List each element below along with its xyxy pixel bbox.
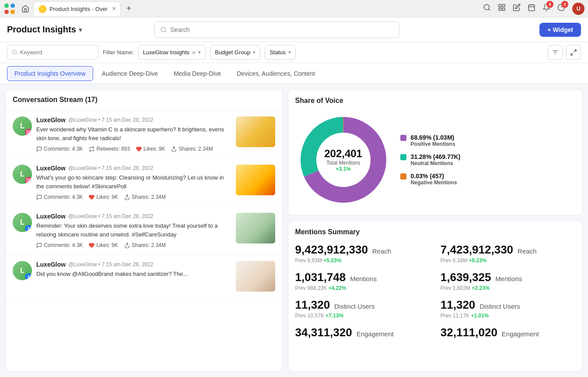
new-tab-button[interactable]: + (122, 3, 135, 15)
legend-dot-neutral (400, 154, 406, 160)
metric-suffix: Engagement (502, 330, 539, 338)
expand-icon (570, 49, 577, 56)
user-avatar[interactable]: U (572, 3, 584, 15)
list-item: L LuxeGlow @LuxeGlow • 7:15 am Dec 28, 2… (6, 159, 282, 207)
post-handle-time: @LuxeGlow • 7:15 am Dec 28, 2022 (68, 165, 154, 171)
search-input[interactable] (170, 26, 394, 33)
edit-icon[interactable] (513, 4, 521, 14)
calendar-icon[interactable] (528, 4, 536, 14)
post-text: Reminder: Your skin deserves some extra … (36, 222, 231, 239)
negative-label: Negative Mentions (411, 180, 457, 186)
expand-button[interactable] (566, 45, 581, 60)
post-author-name: LuxeGlow (36, 116, 66, 123)
tab-audience-deep-dive[interactable]: Audience Deep-Dive (95, 67, 165, 81)
status-arrow-icon[interactable]: ▾ (288, 49, 291, 55)
keyword-input[interactable] (20, 49, 94, 56)
avatar: L f (13, 261, 32, 280)
notification-badge: 8 (546, 1, 553, 8)
metric-suffix: Mentions (495, 275, 522, 282)
post-body: LuxeGlow @LuxeGlow • 7:15 am Dec 28, 202… (36, 116, 231, 152)
svg-point-32 (29, 179, 30, 180)
svg-line-5 (488, 9, 490, 10)
filter-name-value: LuxeGlow Insights (143, 49, 189, 56)
home-tab[interactable] (19, 3, 32, 15)
shares-stat: Shares: 2.34M (132, 242, 166, 248)
tab-devices-audiences-content[interactable]: Devices, Audiences, Content (230, 67, 322, 81)
app-title-text: Product Insights (7, 25, 76, 35)
budget-group-arrow-icon[interactable]: ▾ (253, 49, 256, 55)
close-tab-icon[interactable]: × (112, 5, 116, 13)
avatar: L f (13, 213, 32, 232)
share-of-voice-title: Share of Voice (295, 97, 575, 105)
filter-name-remove-icon[interactable]: × (192, 49, 196, 56)
widget-button[interactable]: + Widget (539, 23, 581, 37)
metric-mentions-2: 1,639,325 Mentions Prev 1,602M +2.23% (441, 271, 575, 291)
post-stats: Comments: 4.3K Likes: 9K Shares: 2.34M (36, 194, 231, 200)
tab-bar-actions: 8 3 U (483, 3, 584, 15)
share-of-voice-content: 202,401 Total Mentions +3.1% 68.69% (1.0… (295, 112, 575, 208)
svg-point-28 (29, 131, 30, 131)
post-author-name: LuxeGlow (36, 165, 66, 172)
filter-name-arrow-icon[interactable]: ▾ (198, 49, 201, 55)
tab-media-deep-dive[interactable]: Media Deep-Dive (167, 67, 228, 81)
filter-bar-right (548, 45, 581, 60)
avatar: L (13, 165, 32, 184)
search-bar (154, 21, 399, 38)
metric-value: 9,423,912,330 (295, 243, 368, 256)
status-filter[interactable]: Status ▾ (265, 45, 296, 60)
browser-search-icon[interactable] (483, 4, 491, 14)
positive-pct: 68.69% (1.03M) (411, 134, 455, 141)
budget-group-filter[interactable]: Budget Group ▾ (210, 45, 260, 60)
metric-suffix: Reach (518, 247, 536, 255)
sov-total-label: Total Mentions (324, 160, 362, 166)
app-title[interactable]: Product Insights ▾ (7, 25, 82, 35)
conversation-stream-panel: Conversation Stream (17) L LuxeGlow @Lux… (5, 89, 283, 372)
retweets-stat: Retweets: 893 (96, 146, 130, 152)
post-image (236, 116, 275, 147)
svg-point-27 (28, 131, 29, 133)
sov-center: 202,401 Total Mentions +3.1% (324, 148, 362, 172)
svg-line-24 (574, 50, 576, 52)
svg-point-0 (4, 4, 9, 8)
tab-navigation: Product Insights Overview Audience Deep-… (0, 63, 588, 84)
filter-options-button[interactable] (548, 45, 563, 60)
post-text: What's your go-to skincare step: Cleansi… (36, 173, 231, 190)
svg-rect-7 (503, 4, 505, 7)
filter-name-chip[interactable]: LuxeGlow Insights × ▾ (138, 45, 206, 60)
metric-distinct-users-2: 11,320 Distinct Users Prev 11,17K +1.01% (441, 298, 575, 319)
notification-bell-icon[interactable]: 8 (542, 4, 550, 14)
active-browser-tab[interactable]: 🟡 Product Insights - Over × (33, 1, 121, 16)
post-body: LuxeGlow @LuxeGlow • 7:15 am Dec 28, 202… (36, 213, 231, 248)
tab-title: Product Insights - Over (49, 6, 108, 12)
svg-rect-8 (499, 8, 501, 11)
alert-icon[interactable]: 3 (557, 4, 565, 14)
share-of-voice-panel: Share of Voice 202,401 Total Mentions (288, 89, 583, 215)
conversation-list: L LuxeGlow @LuxeGlow • 7:15 am Dec 28, 2… (6, 110, 282, 371)
keyword-filter[interactable] (7, 45, 98, 60)
metric-prev: Prev 988,22K +4.22% (295, 285, 430, 291)
platform-badge-instagram (25, 177, 32, 184)
filter-icon (552, 49, 559, 56)
conversation-stream-title: Conversation Stream (13, 96, 83, 103)
mentions-grid: 9,423,912,330 Reach Prev 8,93M +5.23% 7,… (295, 243, 575, 339)
svg-line-20 (16, 53, 17, 54)
metric-prev: Prev 10,57K +7.13% (295, 313, 430, 319)
legend-text-positive: 68.69% (1.03M) Positive Mentions (411, 134, 455, 147)
metric-value: 11,320 (295, 298, 330, 311)
neutral-label: Neutral Mentions (411, 160, 461, 166)
title-chevron-icon: ▾ (79, 26, 82, 33)
budget-group-label: Budget Group (215, 49, 250, 56)
metric-value: 34,311,320 (295, 326, 352, 339)
post-stats: Comments: 4.3K Likes: 9K Shares: 2.34M (36, 242, 231, 248)
metric-value: 1,031,748 (295, 271, 346, 284)
legend-text-neutral: 31.28% (469.77K) Neutral Mentions (411, 153, 461, 166)
grid-icon[interactable] (498, 4, 506, 14)
tab-favicon: 🟡 (38, 5, 47, 13)
svg-rect-30 (27, 179, 30, 182)
mentions-summary-title: Mentions Summary (295, 228, 575, 236)
svg-rect-26 (27, 130, 30, 134)
tab-product-insights-overview[interactable]: Product Insights Overview (7, 66, 93, 81)
metric-engagement-1: 34,311,320 Engagement (295, 326, 430, 339)
comments-stat: Comments: 4.3K (44, 146, 83, 152)
comments-stat: Comments: 4.3K (44, 242, 83, 248)
